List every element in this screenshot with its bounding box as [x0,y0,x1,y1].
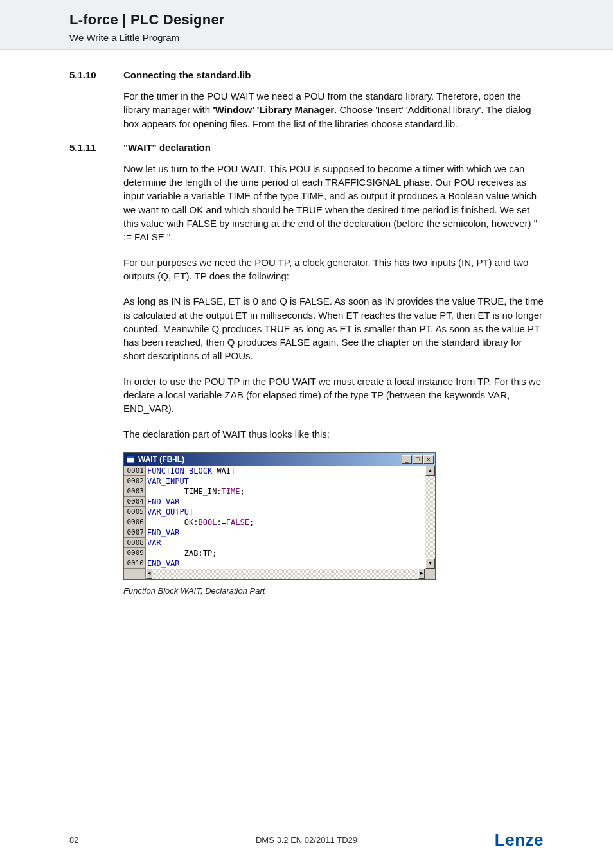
page-footer: 82 DMS 3.2 EN 02/2011 TD29 Lenze [0,830,613,850]
maximize-button[interactable]: □ [413,455,423,464]
paragraph-text: As long as IN is FALSE, ET is 0 and Q is… [123,296,544,361]
svg-rect-1 [127,456,134,458]
code-window: WAIT (FB-IL) _ □ × 0001FUNCTION_BLOCK WA… [123,452,436,580]
scroll-right-button[interactable]: ► [418,569,425,579]
line-number: 0008 [124,538,146,548]
line-number: 0005 [124,507,146,517]
section-heading: 5.1.10 Connecting the standard.lib [69,69,544,80]
code-text: TIME_IN:TIME; [146,486,245,497]
code-line[interactable]: 0010END_VAR [124,558,425,569]
line-number: 0010 [124,558,146,569]
doc-title: L-force | PLC Designer [69,12,544,28]
code-text: ZAB:TP; [146,548,217,558]
scroll-up-button[interactable]: ▲ [425,466,435,476]
paragraph-text: The declaration part of WAIT thus looks … [123,429,330,439]
line-number: 0001 [124,466,146,476]
code-area[interactable]: 0001FUNCTION_BLOCK WAIT0002VAR_INPUT0003… [124,466,425,569]
code-text: VAR_INPUT [146,476,189,486]
code-text: END_VAR [146,527,180,538]
minimize-button[interactable]: _ [402,455,412,464]
horizontal-scrollbar[interactable]: ◄ ► [146,569,425,579]
window-icon [125,454,136,465]
code-line[interactable]: 0008VAR [124,538,425,548]
code-text: END_VAR [146,558,180,569]
gutter-corner [124,569,146,579]
line-number: 0002 [124,476,146,486]
code-text: VAR_OUTPUT [146,507,193,517]
vertical-scrollbar[interactable]: ▲ ▼ [425,466,435,569]
code-text: END_VAR [146,497,180,507]
section-heading: 5.1.11 "WAIT" declaration [69,142,544,153]
code-line[interactable]: 0001FUNCTION_BLOCK WAIT [124,466,425,476]
paragraph-text: For our purposes we need the POU TP, a c… [123,257,528,281]
code-line[interactable]: 0005VAR_OUTPUT [124,507,425,517]
code-text: VAR [146,538,161,548]
content-area: 5.1.10 Connecting the standard.lib For t… [0,50,613,596]
paragraph: Now let us turn to the POU WAIT. This PO… [123,162,544,244]
line-number: 0003 [124,486,146,497]
titlebar[interactable]: WAIT (FB-IL) _ □ × [124,453,435,466]
paragraph: For the timer in the POU WAIT we need a … [123,89,544,130]
paragraph: As long as IN is FALSE, ET is 0 and Q is… [123,294,544,362]
size-grip[interactable] [425,569,435,579]
code-line[interactable]: 0009 ZAB:TP; [124,548,425,558]
code-line[interactable]: 0006 OK:BOOL:=FALSE; [124,517,425,527]
code-line[interactable]: 0003 TIME_IN:TIME; [124,486,425,497]
scroll-track[interactable] [425,476,435,558]
code-line[interactable]: 0004END_VAR [124,497,425,507]
line-number: 0004 [124,497,146,507]
code-line[interactable]: 0002VAR_INPUT [124,476,425,486]
section-number: 5.1.11 [69,142,123,153]
section-number: 5.1.10 [69,69,123,80]
page-header: L-force | PLC Designer We Write a Little… [0,0,613,50]
paragraph: The declaration part of WAIT thus looks … [123,427,544,441]
paragraph: In order to use the POU TP in the POU WA… [123,375,544,416]
close-button[interactable]: × [423,455,434,464]
figure-caption: Function Block WAIT, Declaration Part [69,586,544,596]
paragraph-text: In order to use the POU TP in the POU WA… [123,376,541,414]
paragraph-bold: 'Window' 'Library Manager [213,104,334,115]
brand-logo: Lenze [495,830,544,850]
line-number: 0007 [124,527,146,538]
line-number: 0006 [124,517,146,527]
code-line[interactable]: 0007END_VAR [124,527,425,538]
code-text: FUNCTION_BLOCK WAIT [146,466,235,476]
code-text: OK:BOOL:=FALSE; [146,517,254,527]
line-number: 0009 [124,548,146,558]
scroll-down-button[interactable]: ▼ [425,558,435,569]
window-title: WAIT (FB-IL) [138,455,402,464]
doc-subtitle: We Write a Little Program [69,32,544,43]
scroll-track[interactable] [152,569,418,579]
scroll-left-button[interactable]: ◄ [146,569,152,579]
paragraph-text: Now let us turn to the POU WAIT. This PO… [123,163,537,242]
page-number: 82 [69,835,78,845]
paragraph: For our purposes we need the POU TP, a c… [123,256,544,283]
section-title: "WAIT" declaration [123,142,211,153]
section-title: Connecting the standard.lib [123,69,251,80]
